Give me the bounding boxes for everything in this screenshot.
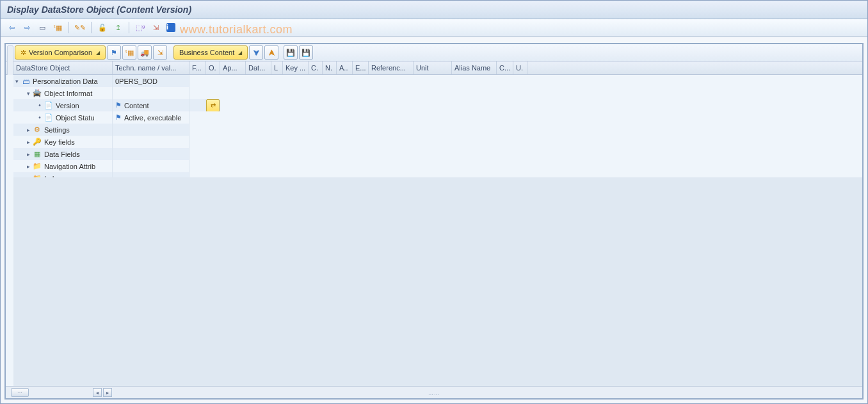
column-header-f[interactable]: F...: [189, 61, 206, 74]
column-header-o[interactable]: O.: [206, 61, 220, 74]
column-header-c[interactable]: C.: [309, 61, 323, 74]
where-used-icon: ⇲: [157, 49, 163, 57]
window-icon: ▭: [39, 24, 45, 32]
column-header-key[interactable]: Key ...: [283, 61, 309, 74]
chart-icon: ⬚ᵍ: [136, 24, 145, 32]
scroll-left-button[interactable]: ◂: [93, 388, 102, 397]
root-tech: 0PERS_BOD: [113, 77, 157, 85]
settings-icon: ⚙: [33, 125, 42, 134]
datastore-icon: 🗃: [21, 77, 30, 86]
back-button[interactable]: ⇦: [4, 20, 19, 35]
save-icon: 💾: [286, 49, 295, 57]
column-header-tech[interactable]: Techn. name / val...: [113, 61, 189, 74]
transport-button[interactable]: 🚚: [138, 45, 152, 60]
column-header-u[interactable]: U.: [513, 61, 527, 74]
arrow-right-icon: ⇨: [24, 24, 30, 32]
forward-button[interactable]: ⇨: [20, 20, 34, 35]
expand-down-icon: ⮟: [253, 49, 260, 56]
column-header-app[interactable]: Ap...: [220, 61, 246, 74]
inner-toolbar: ✲ Version Comparison ◢ ⚑ ᵗ▦ 🚚 ⇲ Business…: [6, 44, 862, 61]
grid-header: DataStore Object Techn. name / val... F.…: [6, 61, 862, 75]
tree-row-object-status[interactable]: • 📄 Object Statu ⚑ Active, executable: [13, 111, 862, 124]
active-flag-icon: ⚑: [114, 113, 123, 122]
column-header-dat[interactable]: Dat...: [246, 61, 271, 74]
hierarchy-button[interactable]: ᵗ▦: [51, 20, 65, 35]
truck-icon: 🚚: [140, 49, 149, 57]
tree-row-root[interactable]: ▾ 🗃 Personalization Data 0PERS_BOD: [13, 75, 862, 87]
column-header-n[interactable]: N.: [323, 61, 337, 74]
version-value: Content: [124, 102, 149, 109]
column-header-alias[interactable]: Alias Name: [452, 61, 497, 74]
column-header-ref[interactable]: Referenc...: [369, 61, 414, 74]
info-object-icon: 🚔: [33, 89, 42, 98]
save-as-icon: 💾: [301, 49, 310, 57]
version-label: Version: [54, 102, 79, 109]
hierarchy-tree-button[interactable]: ᵗ▦: [122, 45, 136, 60]
arrow-left-icon: ⇦: [9, 24, 15, 32]
scroll-thumb[interactable]: ⋯: [11, 388, 29, 397]
scroll-right-button[interactable]: ▸: [103, 388, 112, 397]
tree-row-data-fields[interactable]: ▸ ▦ Data Fields: [13, 148, 862, 160]
lock-button[interactable]: 🔓: [95, 20, 109, 35]
save-button[interactable]: 💾: [284, 45, 298, 60]
export-icon: ⇲: [153, 24, 159, 32]
tree-icon: ᵗ▦: [125, 49, 134, 57]
chart-button[interactable]: ⬚ᵍ: [133, 20, 147, 35]
column-header-unit[interactable]: Unit: [414, 61, 452, 74]
up-button[interactable]: ↥: [111, 20, 125, 35]
expand-icon[interactable]: ▸: [25, 151, 31, 158]
where-used-button[interactable]: ⇲: [153, 45, 167, 60]
hierarchy-icon: ᵗ▦: [54, 24, 62, 32]
collapse-up-icon: ⮝: [268, 49, 275, 56]
workspace: Display DataStore Object (Content Versio…: [0, 0, 868, 404]
expand-down-button[interactable]: ⮟: [249, 45, 263, 60]
expand-icon[interactable]: ▸: [25, 139, 31, 145]
content-flag-icon: ⚑: [114, 101, 123, 110]
tree-row-key-fields[interactable]: ▸ 🔑 Key fields: [13, 136, 862, 148]
page-title: Display DataStore Object (Content Versio…: [7, 4, 191, 15]
data-fields-label: Data Fields: [43, 150, 80, 158]
leaf-icon: •: [36, 114, 43, 121]
save-as-button[interactable]: 💾: [299, 45, 313, 60]
nav-attr-label: Navigation Attrib: [43, 163, 95, 170]
resize-grip[interactable]: ⋯⋯: [428, 392, 440, 398]
expand-icon[interactable]: ▸: [25, 127, 31, 133]
expand-icon[interactable]: ▸: [25, 163, 31, 170]
edit-button[interactable]: ✎✎: [73, 20, 87, 35]
collapse-icon[interactable]: ▾: [25, 90, 31, 97]
collapse-icon[interactable]: ▾: [13, 78, 20, 85]
version-comparison-label: Version Comparison: [29, 49, 92, 56]
compare-badge-icon: ⇄: [211, 102, 216, 109]
tree-row-nav-attr[interactable]: ▸ 📁 Navigation Attrib: [13, 160, 862, 172]
separator: [68, 22, 69, 33]
main-panel: ✲ Version Comparison ◢ ⚑ ᵗ▦ 🚚 ⇲ Business…: [4, 43, 864, 400]
info-button[interactable]: i: [164, 20, 178, 35]
object-status-value: Active, executable: [124, 114, 181, 122]
data-fields-icon: ▦: [33, 150, 42, 159]
document-icon: 📄: [44, 113, 53, 122]
column-header-c2[interactable]: C...: [497, 61, 513, 74]
window-button[interactable]: ▭: [35, 20, 49, 35]
business-content-button[interactable]: Business Content ◢: [173, 45, 248, 60]
key-icon: 🔑: [33, 138, 42, 147]
column-header-object[interactable]: DataStore Object: [13, 61, 113, 74]
up-arrow-icon: ↥: [115, 24, 121, 32]
export-button[interactable]: ⇲: [149, 20, 163, 35]
compare-badge-button[interactable]: ⇄: [206, 99, 220, 111]
column-header-l[interactable]: L: [271, 61, 283, 74]
version-comparison-button[interactable]: ✲ Version Comparison ◢: [15, 45, 106, 60]
compare-icon: ✲: [20, 49, 26, 57]
business-content-label: Business Content: [179, 49, 234, 56]
tree-grid: ▾ 🗃 Personalization Data 0PERS_BOD ▾ 🚔 O…: [6, 75, 862, 388]
tree-row-object-info[interactable]: ▾ 🚔 Object Informat: [13, 87, 862, 99]
chevron-down-icon: ◢: [96, 50, 100, 56]
tree-row-version[interactable]: • 📄 Version ⚑ Content ⇄: [13, 99, 862, 111]
column-header-e[interactable]: E...: [353, 61, 369, 74]
folder-icon: 📁: [33, 162, 42, 171]
column-header-a[interactable]: A..: [337, 61, 353, 74]
collapse-up-button[interactable]: ⮝: [264, 45, 278, 60]
separator: [129, 22, 129, 33]
activate-button[interactable]: ⚑: [107, 45, 121, 60]
tree-row-settings[interactable]: ▸ ⚙ Settings: [13, 124, 862, 136]
app-toolbar: ⇦ ⇨ ▭ ᵗ▦ ✎✎ 🔓 ↥ ⬚ᵍ ⇲ i: [1, 19, 867, 36]
